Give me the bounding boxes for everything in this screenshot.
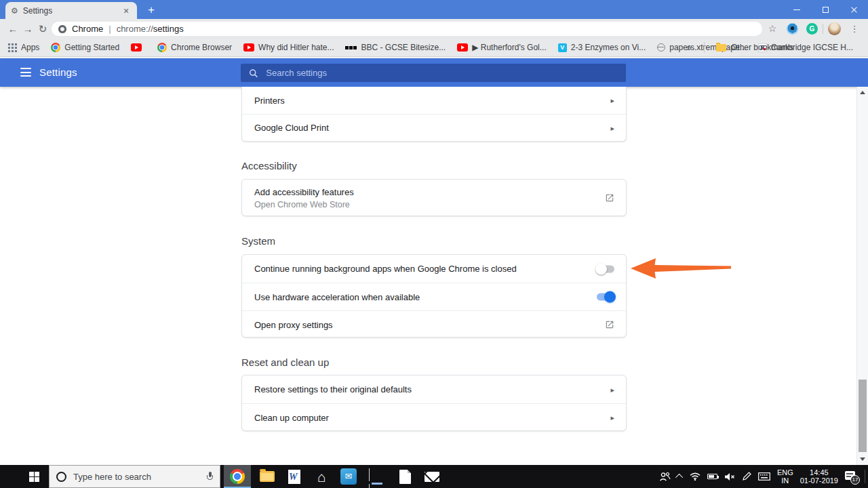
clock[interactable]: 14:45 01-07-2019	[800, 468, 838, 485]
chrome-icon	[230, 469, 245, 484]
bookmark-star-icon[interactable]: ☆	[765, 19, 780, 39]
taskbar-document-button[interactable]	[391, 465, 418, 488]
bookmark-getting-started[interactable]: Getting Started	[51, 43, 119, 52]
hamburger-menu-icon[interactable]	[20, 68, 31, 77]
hardware-acceleration-row[interactable]: Use hardware acceleration when available	[242, 283, 626, 310]
microphone-icon[interactable]	[207, 472, 213, 482]
tray-expand-chevron-icon[interactable]	[675, 474, 683, 481]
continue-running-background-apps-toggle[interactable]	[595, 263, 616, 274]
subpage-arrow-icon: ▸	[610, 413, 614, 422]
word-icon: W	[288, 470, 300, 484]
page-scrollbar[interactable]	[856, 87, 868, 465]
bookmark-youtube[interactable]	[131, 43, 146, 52]
bookmark-label: ▶ Rutherford's Gol...	[472, 43, 547, 52]
settings-header: Settings	[0, 58, 868, 87]
taskbar-mail-app-button[interactable]: ✉	[335, 465, 362, 488]
bookmark-enzymes-vimeo[interactable]: V 2-3 Enzymes on Vi...	[558, 43, 646, 52]
scroll-down-arrow-icon[interactable]	[860, 458, 865, 461]
row-label: Clean up computer	[254, 413, 329, 423]
language-code: ENG	[777, 468, 793, 476]
taskbar-mail-button[interactable]	[418, 465, 446, 488]
browser-toolbar: ← → ↻ Chrome | chrome://settings ☆ G ⋮	[0, 19, 868, 39]
scrollbar-thumb[interactable]	[859, 380, 867, 452]
bookmark-apps[interactable]: Apps	[8, 43, 39, 52]
toggle-knob	[595, 263, 607, 274]
clean-up-computer-row[interactable]: Clean up computer ▸	[242, 403, 626, 431]
bookmark-label: Getting Started	[64, 43, 119, 52]
background-apps-row[interactable]: Continue running background apps when Go…	[242, 255, 626, 283]
section-title-accessibility: Accessibility	[241, 160, 297, 171]
omnibox-url-scheme: chrome://	[117, 24, 153, 34]
settings-gear-icon: ⚙	[11, 7, 18, 15]
omnibox-site-label: Chrome	[72, 24, 103, 34]
taskbar-search-box[interactable]	[49, 465, 220, 488]
pen-icon[interactable]	[742, 472, 751, 481]
other-bookmarks-button[interactable]: Other bookmarks	[716, 39, 793, 56]
new-tab-button[interactable]: +	[142, 3, 160, 18]
subpage-arrow-icon: ▸	[610, 96, 614, 105]
forward-button[interactable]: →	[20, 19, 36, 39]
row-label: Printers	[254, 96, 285, 106]
other-bookmarks-label: Other bookmarks	[731, 43, 793, 52]
notification-count-badge: 17	[850, 475, 860, 485]
language-region: IN	[777, 476, 793, 485]
minimize-button[interactable]	[783, 0, 811, 19]
scroll-up-arrow-icon[interactable]	[860, 91, 865, 94]
close-window-button[interactable]	[840, 0, 868, 19]
notification-center-button[interactable]: 17	[845, 470, 859, 483]
window-controls	[783, 0, 868, 19]
bookmark-why-did-hitler[interactable]: Why did Hitler hate...	[243, 43, 334, 52]
maximize-icon	[823, 7, 829, 13]
document-icon	[399, 470, 411, 484]
external-link-icon	[605, 320, 614, 329]
settings-search-box[interactable]	[241, 64, 626, 82]
battery-icon[interactable]	[707, 474, 717, 479]
browser-tab-settings[interactable]: ⚙ Settings ×	[5, 2, 137, 19]
add-accessibility-features-row[interactable]: Add accessibility features Open Chrome W…	[242, 180, 626, 216]
tab-title: Settings	[23, 6, 116, 16]
settings-search-input[interactable]	[266, 68, 618, 78]
taskbar-computer-button[interactable]	[363, 465, 391, 488]
restore-settings-row[interactable]: Restore settings to their original defau…	[242, 375, 626, 403]
monitor-icon	[369, 469, 385, 484]
site-info-icon[interactable]	[58, 25, 66, 33]
bookmark-bbc-bitesize[interactable]: BBC - GCSE Bitesize...	[345, 43, 446, 52]
hardware-acceleration-toggle[interactable]	[595, 291, 616, 303]
taskbar-word-button[interactable]: W	[281, 465, 308, 488]
row-label: Restore settings to their original defau…	[254, 384, 412, 394]
extension-icon-grammarly[interactable]: G	[806, 23, 818, 35]
extension-icon-blue[interactable]	[787, 23, 798, 35]
show-desktop-divider[interactable]	[865, 470, 865, 483]
start-button[interactable]	[19, 465, 49, 488]
taskbar-file-explorer-button[interactable]	[254, 465, 281, 488]
taskbar-search-input[interactable]	[73, 472, 200, 482]
address-bar[interactable]: Chrome | chrome://settings	[52, 22, 762, 36]
taskbar-home-button[interactable]: ⌂	[308, 465, 335, 488]
touch-keyboard-icon[interactable]	[758, 472, 770, 481]
taskbar-chrome-button[interactable]	[224, 465, 251, 488]
row-label: Google Cloud Print	[254, 123, 329, 133]
reload-button[interactable]: ↻	[35, 19, 51, 39]
volume-muted-icon[interactable]	[724, 472, 735, 481]
bookmark-chrome-browser[interactable]: Chrome Browser	[157, 43, 232, 52]
wifi-icon[interactable]	[690, 472, 701, 481]
omnibox-url-path: settings	[153, 24, 184, 34]
omnibox-url: chrome://settings	[117, 24, 184, 34]
cortana-icon	[56, 472, 66, 482]
open-proxy-settings-row[interactable]: Open proxy settings	[242, 310, 626, 338]
minimize-icon	[793, 9, 800, 10]
google-cloud-print-row[interactable]: Google Cloud Print ▸	[242, 114, 626, 141]
language-indicator[interactable]: ENG IN	[777, 468, 793, 485]
browser-menu-button[interactable]: ⋮	[846, 19, 863, 39]
bookmarks-overflow-chevron[interactable]: »	[686, 39, 692, 56]
tab-close-icon[interactable]: ×	[121, 5, 132, 16]
profile-avatar[interactable]	[828, 22, 841, 35]
back-button[interactable]: ←	[5, 19, 21, 39]
bookmark-rutherfords-gold[interactable]: ▶ Rutherford's Gol...	[457, 43, 547, 52]
time: 14:45	[800, 468, 838, 476]
maximize-button[interactable]	[811, 0, 840, 19]
envelope-icon	[425, 472, 439, 482]
people-icon[interactable]	[659, 472, 671, 481]
printers-row[interactable]: Printers ▸	[242, 87, 626, 114]
row-label: Open proxy settings	[254, 320, 333, 330]
